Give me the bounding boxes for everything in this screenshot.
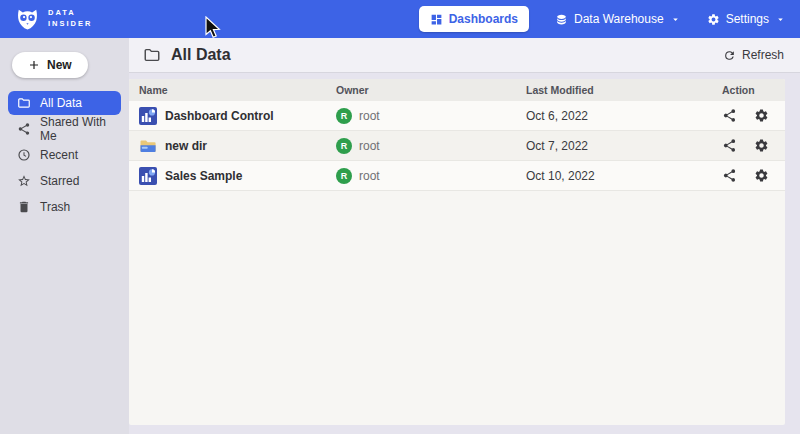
gear-icon	[707, 13, 720, 26]
new-button[interactable]: New	[12, 52, 88, 78]
column-header-modified: Last Modified	[526, 84, 722, 96]
plus-icon	[28, 59, 40, 71]
refresh-label: Refresh	[742, 48, 784, 62]
dashboard-file-icon	[139, 107, 157, 125]
data-warehouse-menu[interactable]: Data Warehouse	[555, 12, 681, 26]
table-row[interactable]: Sales Sample R root Oct 10, 2022	[129, 161, 785, 191]
gear-icon[interactable]	[754, 138, 769, 153]
folder-icon	[17, 96, 31, 110]
app-logo: DATA INSIDER	[14, 6, 92, 33]
sidebar-item-label: Trash	[40, 200, 70, 214]
owner-name: root	[359, 139, 380, 153]
owner-avatar: R	[336, 108, 352, 124]
file-name: Dashboard Control	[165, 109, 274, 123]
main-content: All Data Refresh Name Owner Last Modifie…	[129, 38, 800, 434]
dashboards-label: Dashboards	[449, 12, 518, 26]
owl-logo-icon	[14, 6, 41, 33]
table-row[interactable]: Dashboard Control R root Oct 6, 2022	[129, 101, 785, 131]
folder-icon	[143, 46, 161, 64]
content-header: All Data Refresh	[129, 38, 800, 73]
dashboard-file-icon	[139, 167, 157, 185]
share-icon[interactable]	[722, 138, 737, 153]
sidebar: New All Data Shared With Me Recent Starr	[0, 38, 129, 434]
owner-avatar: R	[336, 138, 352, 154]
trash-icon	[17, 200, 31, 214]
data-warehouse-label: Data Warehouse	[574, 12, 664, 26]
share-icon[interactable]	[722, 168, 737, 183]
column-header-action: Action	[722, 84, 785, 96]
database-icon	[555, 13, 568, 26]
refresh-icon	[723, 49, 736, 62]
sidebar-item-starred[interactable]: Starred	[8, 169, 121, 193]
table-row[interactable]: new dir R root Oct 7, 2022	[129, 131, 785, 161]
share-icon[interactable]	[722, 108, 737, 123]
last-modified: Oct 7, 2022	[526, 139, 722, 153]
dashboard-icon	[430, 13, 443, 26]
column-header-owner: Owner	[336, 84, 526, 96]
owner-avatar: R	[336, 168, 352, 184]
file-table-card: Name Owner Last Modified Action Das	[129, 79, 785, 425]
chevron-down-icon	[670, 14, 681, 25]
sidebar-item-shared-with-me[interactable]: Shared With Me	[8, 117, 121, 141]
owner-name: root	[359, 169, 380, 183]
folder-file-icon	[139, 137, 157, 155]
gear-icon[interactable]	[754, 168, 769, 183]
star-icon	[17, 174, 31, 188]
sidebar-item-label: All Data	[40, 96, 82, 110]
gear-icon[interactable]	[754, 108, 769, 123]
sidebar-item-label: Shared With Me	[40, 115, 121, 143]
clock-icon	[17, 148, 31, 162]
settings-label: Settings	[726, 12, 769, 26]
share-icon	[17, 122, 31, 136]
brand-name: DATA INSIDER	[48, 8, 92, 30]
table-header: Name Owner Last Modified Action	[129, 79, 785, 101]
dashboards-button[interactable]: Dashboards	[419, 6, 529, 32]
column-header-name: Name	[139, 84, 336, 96]
sidebar-item-label: Recent	[40, 148, 78, 162]
sidebar-item-label: Starred	[40, 174, 79, 188]
owner-name: root	[359, 109, 380, 123]
chevron-down-icon	[775, 14, 786, 25]
file-name: Sales Sample	[165, 169, 242, 183]
top-navbar: DATA INSIDER Dashboards Data Warehouse S…	[0, 0, 800, 38]
new-button-label: New	[47, 58, 72, 72]
sidebar-item-all-data[interactable]: All Data	[8, 91, 121, 115]
sidebar-item-recent[interactable]: Recent	[8, 143, 121, 167]
file-name: new dir	[165, 139, 207, 153]
refresh-button[interactable]: Refresh	[723, 48, 784, 62]
settings-menu[interactable]: Settings	[707, 12, 786, 26]
page-title: All Data	[171, 46, 231, 64]
last-modified: Oct 6, 2022	[526, 109, 722, 123]
sidebar-item-trash[interactable]: Trash	[8, 195, 121, 219]
last-modified: Oct 10, 2022	[526, 169, 722, 183]
